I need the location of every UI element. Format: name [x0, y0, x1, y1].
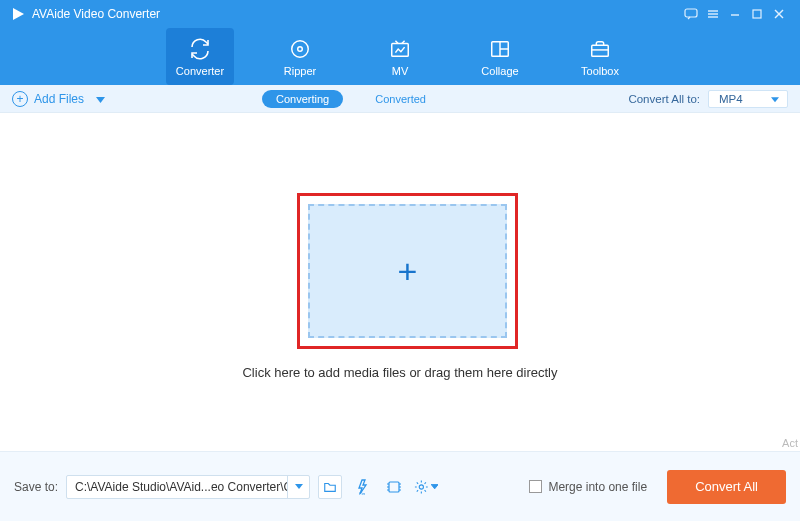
output-format-value: MP4 — [719, 93, 743, 105]
svg-point-27 — [419, 484, 423, 488]
svg-point-10 — [298, 46, 303, 51]
merge-checkbox[interactable]: Merge into one file — [529, 480, 647, 494]
save-path-dropdown[interactable] — [287, 476, 309, 498]
open-folder-button[interactable] — [318, 475, 342, 499]
add-files-label: Add Files — [34, 92, 84, 106]
merge-label: Merge into one file — [548, 480, 647, 494]
activation-hint: Act — [782, 437, 798, 449]
plus-circle-icon: + — [12, 91, 28, 107]
dropzone-highlight: + — [297, 193, 518, 349]
save-to-label: Save to: — [14, 480, 58, 494]
status-segment: Converting Converted — [262, 90, 440, 108]
svg-marker-28 — [431, 484, 438, 489]
tab-toolbox[interactable]: Toolbox — [566, 28, 634, 85]
tab-label: Collage — [481, 65, 518, 77]
add-files-button[interactable]: + Add Files — [12, 91, 105, 107]
collage-icon — [489, 37, 511, 61]
tab-collage[interactable]: Collage — [466, 28, 534, 85]
segment-converted[interactable]: Converted — [361, 90, 440, 108]
plus-icon: + — [398, 252, 418, 291]
segment-converting[interactable]: Converting — [262, 90, 343, 108]
gpu-button[interactable] — [382, 475, 406, 499]
save-path-box: C:\AVAide Studio\AVAid...eo Converter\Co… — [66, 475, 310, 499]
maximize-icon[interactable] — [746, 3, 768, 25]
tab-mv[interactable]: MV — [366, 28, 434, 85]
convert-all-to: Convert All to: MP4 — [628, 90, 788, 108]
svg-rect-20 — [389, 482, 399, 492]
svg-point-9 — [292, 40, 309, 57]
svg-marker-0 — [13, 8, 24, 20]
toolbar: + Add Files Converting Converted Convert… — [0, 85, 800, 113]
tab-converter[interactable]: Converter — [166, 28, 234, 85]
close-icon[interactable] — [768, 3, 790, 25]
hw-accel-button[interactable]: On — [350, 475, 374, 499]
settings-button[interactable] — [414, 475, 438, 499]
ripper-icon — [289, 37, 311, 61]
bottom-bar: Save to: C:\AVAide Studio\AVAid...eo Con… — [0, 451, 800, 521]
toolbox-icon — [589, 37, 611, 61]
dropzone-caption: Click here to add media files or drag th… — [0, 365, 800, 380]
nav-tabs: Converter Ripper MV Collage Toolbox — [0, 28, 800, 85]
chevron-down-icon — [96, 92, 105, 106]
app-logo-icon — [10, 6, 26, 22]
tab-label: Toolbox — [581, 65, 619, 77]
converter-icon — [188, 37, 212, 61]
checkbox-icon — [529, 480, 542, 493]
output-format-select[interactable]: MP4 — [708, 90, 788, 108]
svg-rect-1 — [685, 9, 697, 17]
convert-all-button[interactable]: Convert All — [667, 470, 786, 504]
svg-rect-15 — [592, 45, 609, 56]
minimize-icon[interactable] — [724, 3, 746, 25]
menu-icon[interactable] — [702, 3, 724, 25]
app-title: AVAide Video Converter — [32, 7, 160, 21]
svg-marker-17 — [96, 97, 105, 103]
tab-label: Ripper — [284, 65, 316, 77]
svg-rect-6 — [753, 10, 761, 18]
tab-label: Converter — [176, 65, 224, 77]
save-path-field[interactable]: C:\AVAide Studio\AVAid...eo Converter\Co… — [67, 480, 287, 494]
title-bar: AVAide Video Converter — [0, 0, 800, 28]
mv-icon — [389, 37, 411, 61]
convert-all-to-label: Convert All to: — [628, 93, 700, 105]
feedback-icon[interactable] — [680, 3, 702, 25]
tab-label: MV — [392, 65, 409, 77]
main-area: + Click here to add media files or drag … — [0, 113, 800, 451]
dropzone[interactable]: + — [308, 204, 507, 338]
svg-text:On: On — [359, 491, 366, 495]
tab-ripper[interactable]: Ripper — [266, 28, 334, 85]
